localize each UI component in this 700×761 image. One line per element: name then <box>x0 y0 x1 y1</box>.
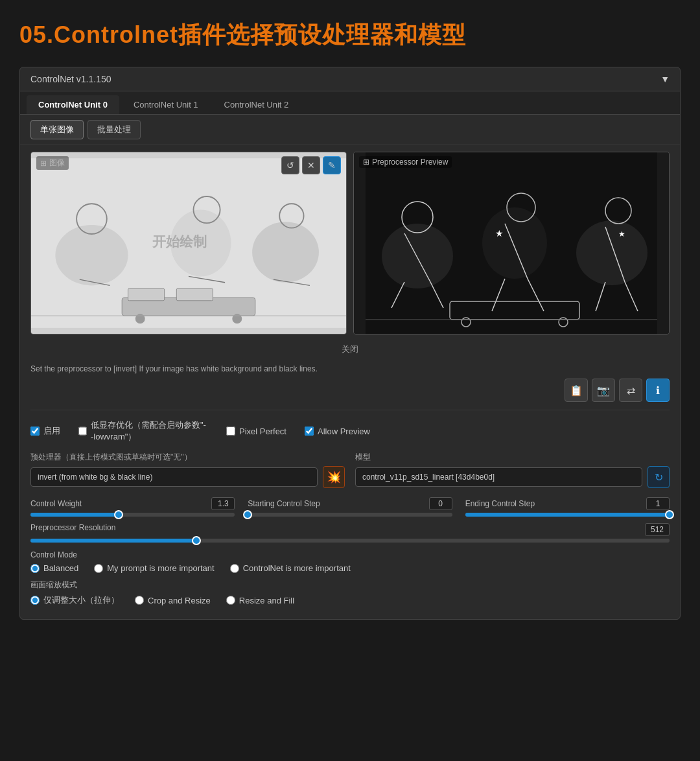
resolution-fill <box>30 539 196 543</box>
model-reload-btn[interactable]: ↻ <box>648 466 670 488</box>
ending-step-label: Ending Control Step <box>465 499 535 508</box>
close-btn[interactable]: ✕ <box>302 156 320 174</box>
control-weight-track[interactable] <box>30 513 235 517</box>
resize-fill-radio[interactable] <box>226 596 235 605</box>
preprocessor-select[interactable]: invert (from white bg & black line) <box>30 467 318 487</box>
preprocessor-label: 预处理器（直接上传模式图或草稿时可选"无"） <box>30 452 345 463</box>
svg-point-13 <box>135 314 145 323</box>
resize-radio-label[interactable]: 仅调整大小（拉伸） <box>30 594 119 606</box>
low-vram-checkbox-label[interactable]: 低显存优化（需配合启动参数"--lowvram"） <box>78 419 208 443</box>
preview-icon: ⊞ <box>363 158 369 167</box>
image-icon: ⊞ <box>40 159 47 168</box>
canvas-mode-radio-row: 仅调整大小（拉伸） Crop and Resize Resize and Fil… <box>30 594 670 606</box>
image-area: 开始绘制 ⊞ 图像 ↺ ✕ ✎ <box>20 145 680 341</box>
svg-text:开始绘制: 开始绘制 <box>152 234 207 249</box>
fire-btn[interactable]: 💥 <box>323 466 345 488</box>
resize-only-radio[interactable] <box>30 596 40 605</box>
enable-checkbox-label[interactable]: 启用 <box>30 425 60 437</box>
left-image-panel[interactable]: 开始绘制 ⊞ 图像 ↺ ✕ ✎ <box>30 152 347 334</box>
svg-rect-11 <box>128 288 165 301</box>
svg-text:★: ★ <box>618 229 625 239</box>
slider-group-row-1: Control Weight 1.3 Starting Control Step… <box>30 497 670 517</box>
model-group: 模型 control_v11p_sd15_lineart [43d4be0d] … <box>355 452 670 488</box>
model-label: 模型 <box>355 452 670 463</box>
divider-1 <box>30 410 670 410</box>
image-top-controls: ↺ ✕ ✎ <box>281 156 341 174</box>
dropdown-section: 预处理器（直接上传模式图或草稿时可选"无"） invert (from whit… <box>30 452 670 488</box>
svg-rect-12 <box>176 288 213 301</box>
swap-icon-btn[interactable]: ⇄ <box>619 379 642 402</box>
panel-collapse-arrow[interactable]: ▼ <box>660 74 670 84</box>
my-prompt-radio[interactable] <box>94 564 103 573</box>
clipboard-icon-btn[interactable]: 📋 <box>565 379 588 402</box>
enable-checkbox[interactable] <box>30 427 40 436</box>
starting-step-value: 0 <box>429 497 452 510</box>
image-label: ⊞ 图像 <box>36 156 69 170</box>
my-prompt-radio-label[interactable]: My prompt is more important <box>94 563 214 573</box>
control-weight-fill <box>30 513 119 517</box>
starting-step-label-row: Starting Control Step 0 <box>248 497 452 510</box>
resolution-row: Preprocessor Resolution 512 <box>30 523 670 543</box>
checkbox-row: 启用 低显存优化（需配合启动参数"--lowvram"） Pixel Perfe… <box>30 419 670 443</box>
subtab-single[interactable]: 单张图像 <box>30 120 84 139</box>
edit-btn[interactable]: ✎ <box>323 156 341 174</box>
tab-unit1[interactable]: ControlNet Unit 1 <box>122 95 210 114</box>
pixel-perfect-checkbox[interactable] <box>226 427 235 436</box>
info-text: Set the preprocessor to [invert] If your… <box>20 358 680 379</box>
rotate-btn[interactable]: ↺ <box>281 156 299 174</box>
camera-icon-btn[interactable]: 📷 <box>592 379 615 402</box>
ending-step-fill <box>465 513 670 517</box>
starting-step-group: Starting Control Step 0 <box>248 497 452 517</box>
allow-preview-checkbox[interactable] <box>305 427 314 436</box>
ending-step-thumb <box>665 510 674 519</box>
control-weight-group: Control Weight 1.3 <box>30 497 235 517</box>
ending-step-value: 1 <box>646 497 670 510</box>
low-vram-checkbox[interactable] <box>78 427 87 436</box>
controlnet-radio[interactable] <box>230 564 239 573</box>
right-preview-panel: ★ ★ ⊞ Preprocessor Preview <box>353 152 670 334</box>
balanced-radio[interactable] <box>30 564 40 573</box>
svg-point-18 <box>382 224 453 288</box>
starting-step-track[interactable] <box>248 513 452 517</box>
tab-unit2[interactable]: ControlNet Unit 2 <box>213 95 301 114</box>
balanced-radio-label[interactable]: Balanced <box>30 563 78 573</box>
resize-fill-radio-label[interactable]: Resize and Fill <box>226 594 294 606</box>
controls-section: 启用 低显存优化（需配合启动参数"--lowvram"） Pixel Perfe… <box>20 413 680 619</box>
control-mode-section: Control Mode Balanced My prompt is more … <box>30 550 670 573</box>
svg-point-20 <box>576 220 648 285</box>
canvas-mode-section: 画面缩放模式 仅调整大小（拉伸） Crop and Resize Resize … <box>30 580 670 606</box>
preprocessor-group: 预处理器（直接上传模式图或草稿时可选"无"） invert (from whit… <box>30 452 345 488</box>
control-weight-value: 1.3 <box>211 497 235 510</box>
resolution-track[interactable] <box>30 539 670 543</box>
preview-canvas: ★ ★ <box>354 152 669 334</box>
crop-resize-radio[interactable] <box>135 596 144 605</box>
resolution-label-row: Preprocessor Resolution 512 <box>30 523 670 536</box>
model-row: control_v11p_sd15_lineart [43d4be0d] ↻ <box>355 466 670 488</box>
ending-step-label-row: Ending Control Step 1 <box>465 497 670 510</box>
controlnet-radio-label[interactable]: ControlNet is more important <box>230 563 351 573</box>
control-weight-label-row: Control Weight 1.3 <box>30 497 235 510</box>
panel-header: ControlNet v1.1.150 ▼ <box>20 67 680 91</box>
ending-step-track[interactable] <box>465 513 670 517</box>
svg-text:★: ★ <box>495 228 504 239</box>
crop-resize-radio-label[interactable]: Crop and Resize <box>135 594 211 606</box>
subtab-batch[interactable]: 批量处理 <box>88 120 141 139</box>
preprocessor-row: invert (from white bg & black line) 💥 <box>30 466 345 488</box>
control-weight-label: Control Weight <box>30 499 82 508</box>
tab-unit0[interactable]: ControlNet Unit 0 <box>27 95 119 114</box>
starting-step-label: Starting Control Step <box>248 499 320 508</box>
svg-point-3 <box>252 222 319 282</box>
control-weight-thumb <box>114 510 123 519</box>
page-title: 05.Controlnet插件选择预设处理器和模型 <box>19 19 681 51</box>
close-bar[interactable]: 关闭 <box>20 341 680 358</box>
starting-step-thumb <box>243 510 252 519</box>
sketch-canvas[interactable]: 开始绘制 <box>31 152 346 334</box>
allow-preview-checkbox-label[interactable]: Allow Preview <box>305 427 370 436</box>
resolution-thumb <box>192 536 201 545</box>
model-select[interactable]: control_v11p_sd15_lineart [43d4be0d] <box>355 467 642 487</box>
control-mode-label: Control Mode <box>30 550 670 559</box>
pixel-perfect-checkbox-label[interactable]: Pixel Perfect <box>226 427 286 436</box>
resolution-value: 512 <box>645 523 670 536</box>
info-icon-btn[interactable]: ℹ <box>646 379 670 402</box>
ending-step-group: Ending Control Step 1 <box>465 497 670 517</box>
